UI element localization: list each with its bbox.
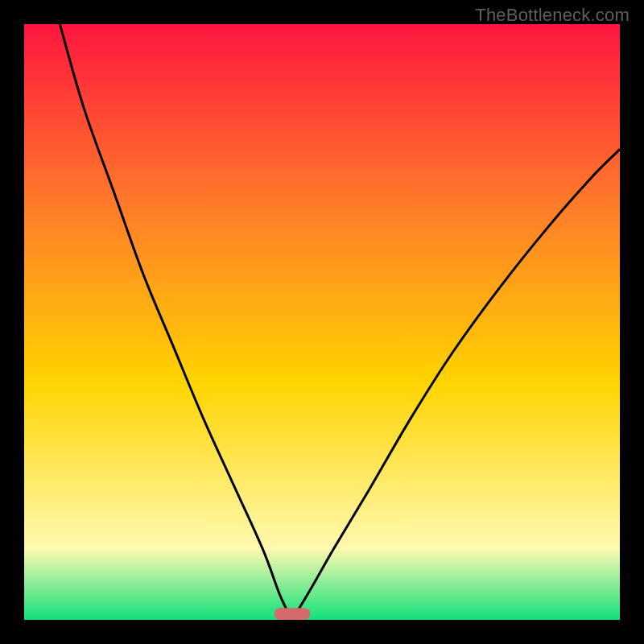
chart-container: TheBottleneck.com bbox=[0, 0, 644, 644]
watermark-text: TheBottleneck.com bbox=[475, 5, 630, 26]
optimal-marker bbox=[275, 608, 310, 620]
plot-area bbox=[24, 24, 620, 620]
bottleneck-chart bbox=[0, 0, 644, 644]
